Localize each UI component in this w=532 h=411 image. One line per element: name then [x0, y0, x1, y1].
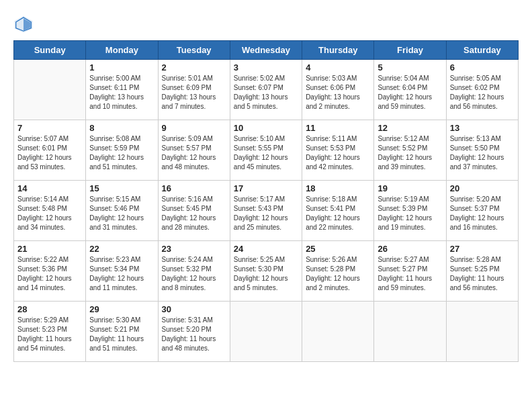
calendar-cell: 21Sunrise: 5:22 AM Sunset: 5:36 PM Dayli… [14, 241, 86, 302]
calendar-cell: 23Sunrise: 5:24 AM Sunset: 5:32 PM Dayli… [158, 241, 230, 302]
day-number: 27 [450, 244, 515, 254]
day-number: 18 [306, 183, 370, 193]
calendar-cell: 30Sunrise: 5:31 AM Sunset: 5:20 PM Dayli… [158, 302, 230, 362]
calendar-cell: 8Sunrise: 5:08 AM Sunset: 5:59 PM Daylig… [86, 120, 158, 181]
weekday-header-monday: Monday [86, 41, 158, 60]
weekday-row: SundayMondayTuesdayWednesdayThursdayFrid… [14, 41, 519, 60]
calendar-cell: 9Sunrise: 5:09 AM Sunset: 5:57 PM Daylig… [158, 120, 230, 181]
day-number: 13 [450, 123, 515, 133]
calendar-cell: 20Sunrise: 5:20 AM Sunset: 5:37 PM Dayli… [446, 181, 518, 241]
weekday-header-wednesday: Wednesday [230, 41, 302, 60]
day-number: 17 [234, 183, 298, 193]
day-number: 21 [17, 244, 82, 254]
calendar-cell: 14Sunrise: 5:14 AM Sunset: 5:48 PM Dayli… [14, 181, 86, 241]
day-number: 15 [89, 183, 154, 193]
day-info: Sunrise: 5:30 AM Sunset: 5:21 PM Dayligh… [89, 316, 154, 353]
day-info: Sunrise: 5:25 AM Sunset: 5:30 PM Dayligh… [234, 255, 298, 293]
day-number: 14 [17, 183, 82, 193]
calendar-cell: 25Sunrise: 5:26 AM Sunset: 5:28 PM Dayli… [302, 241, 374, 302]
calendar-cell: 19Sunrise: 5:19 AM Sunset: 5:39 PM Dayli… [374, 181, 446, 241]
day-info: Sunrise: 5:20 AM Sunset: 5:37 PM Dayligh… [450, 195, 515, 232]
day-number: 11 [306, 123, 370, 133]
calendar-cell: 3Sunrise: 5:02 AM Sunset: 6:07 PM Daylig… [230, 60, 302, 120]
day-info: Sunrise: 5:27 AM Sunset: 5:27 PM Dayligh… [378, 255, 442, 293]
day-number: 29 [89, 304, 154, 314]
day-info: Sunrise: 5:24 AM Sunset: 5:32 PM Dayligh… [162, 255, 226, 293]
day-info: Sunrise: 5:03 AM Sunset: 6:06 PM Dayligh… [306, 74, 370, 111]
day-number: 2 [162, 62, 226, 73]
calendar-cell: 10Sunrise: 5:10 AM Sunset: 5:55 PM Dayli… [230, 120, 302, 181]
day-info: Sunrise: 5:00 AM Sunset: 6:11 PM Dayligh… [89, 74, 154, 111]
calendar-cell [14, 60, 86, 120]
day-info: Sunrise: 5:13 AM Sunset: 5:50 PM Dayligh… [450, 134, 515, 172]
day-number: 3 [234, 62, 298, 73]
day-number: 30 [162, 304, 226, 314]
calendar-cell: 28Sunrise: 5:29 AM Sunset: 5:23 PM Dayli… [14, 302, 86, 362]
day-number: 22 [89, 244, 154, 254]
logo [13, 13, 36, 34]
day-info: Sunrise: 5:31 AM Sunset: 5:20 PM Dayligh… [162, 316, 226, 353]
weekday-header-thursday: Thursday [302, 41, 374, 60]
calendar-cell: 6Sunrise: 5:05 AM Sunset: 6:02 PM Daylig… [446, 60, 518, 120]
calendar-cell: 17Sunrise: 5:17 AM Sunset: 5:43 PM Dayli… [230, 181, 302, 241]
day-info: Sunrise: 5:14 AM Sunset: 5:48 PM Dayligh… [17, 195, 82, 232]
calendar-cell: 7Sunrise: 5:07 AM Sunset: 6:01 PM Daylig… [14, 120, 86, 181]
calendar-cell: 18Sunrise: 5:18 AM Sunset: 5:41 PM Dayli… [302, 181, 374, 241]
day-number: 9 [162, 123, 226, 133]
calendar-week-2: 14Sunrise: 5:14 AM Sunset: 5:48 PM Dayli… [14, 181, 519, 241]
calendar-cell: 5Sunrise: 5:04 AM Sunset: 6:04 PM Daylig… [374, 60, 446, 120]
day-info: Sunrise: 5:22 AM Sunset: 5:36 PM Dayligh… [17, 255, 82, 293]
calendar-week-0: 1Sunrise: 5:00 AM Sunset: 6:11 PM Daylig… [14, 60, 519, 120]
day-info: Sunrise: 5:26 AM Sunset: 5:28 PM Dayligh… [306, 255, 370, 293]
day-number: 8 [89, 123, 154, 133]
day-info: Sunrise: 5:01 AM Sunset: 6:09 PM Dayligh… [162, 74, 226, 111]
calendar-header: SundayMondayTuesdayWednesdayThursdayFrid… [14, 41, 519, 60]
calendar-table: SundayMondayTuesdayWednesdayThursdayFrid… [13, 40, 519, 362]
day-info: Sunrise: 5:29 AM Sunset: 5:23 PM Dayligh… [17, 316, 82, 353]
day-info: Sunrise: 5:16 AM Sunset: 5:45 PM Dayligh… [162, 195, 226, 232]
day-number: 28 [17, 304, 82, 314]
calendar-cell: 4Sunrise: 5:03 AM Sunset: 6:06 PM Daylig… [302, 60, 374, 120]
calendar-cell: 13Sunrise: 5:13 AM Sunset: 5:50 PM Dayli… [446, 120, 518, 181]
calendar-cell: 15Sunrise: 5:15 AM Sunset: 5:46 PM Dayli… [86, 181, 158, 241]
weekday-header-tuesday: Tuesday [158, 41, 230, 60]
weekday-header-sunday: Sunday [14, 41, 86, 60]
day-number: 4 [306, 62, 370, 73]
day-info: Sunrise: 5:12 AM Sunset: 5:52 PM Dayligh… [378, 134, 442, 172]
page-header [13, 13, 519, 34]
logo-icon [13, 13, 34, 34]
calendar-cell: 1Sunrise: 5:00 AM Sunset: 6:11 PM Daylig… [86, 60, 158, 120]
weekday-header-friday: Friday [374, 41, 446, 60]
day-number: 16 [162, 183, 226, 193]
day-info: Sunrise: 5:28 AM Sunset: 5:25 PM Dayligh… [450, 255, 515, 293]
day-number: 7 [17, 123, 82, 133]
calendar-cell [230, 302, 302, 362]
day-info: Sunrise: 5:23 AM Sunset: 5:34 PM Dayligh… [89, 255, 154, 293]
day-info: Sunrise: 5:07 AM Sunset: 6:01 PM Dayligh… [17, 134, 82, 172]
calendar-cell: 2Sunrise: 5:01 AM Sunset: 6:09 PM Daylig… [158, 60, 230, 120]
day-info: Sunrise: 5:19 AM Sunset: 5:39 PM Dayligh… [378, 195, 442, 232]
day-info: Sunrise: 5:17 AM Sunset: 5:43 PM Dayligh… [234, 195, 298, 232]
day-number: 26 [378, 244, 442, 254]
calendar-cell: 26Sunrise: 5:27 AM Sunset: 5:27 PM Dayli… [374, 241, 446, 302]
calendar-cell: 12Sunrise: 5:12 AM Sunset: 5:52 PM Dayli… [374, 120, 446, 181]
day-info: Sunrise: 5:04 AM Sunset: 6:04 PM Dayligh… [378, 74, 442, 111]
day-number: 5 [378, 62, 442, 73]
day-info: Sunrise: 5:02 AM Sunset: 6:07 PM Dayligh… [234, 74, 298, 111]
calendar-cell: 24Sunrise: 5:25 AM Sunset: 5:30 PM Dayli… [230, 241, 302, 302]
day-number: 24 [234, 244, 298, 254]
day-info: Sunrise: 5:15 AM Sunset: 5:46 PM Dayligh… [89, 195, 154, 232]
calendar-cell [446, 302, 518, 362]
weekday-header-saturday: Saturday [446, 41, 518, 60]
day-number: 6 [450, 62, 515, 73]
calendar-week-1: 7Sunrise: 5:07 AM Sunset: 6:01 PM Daylig… [14, 120, 519, 181]
day-info: Sunrise: 5:05 AM Sunset: 6:02 PM Dayligh… [450, 74, 515, 111]
day-number: 10 [234, 123, 298, 133]
calendar-cell: 22Sunrise: 5:23 AM Sunset: 5:34 PM Dayli… [86, 241, 158, 302]
day-number: 19 [378, 183, 442, 193]
calendar-cell: 11Sunrise: 5:11 AM Sunset: 5:53 PM Dayli… [302, 120, 374, 181]
day-info: Sunrise: 5:18 AM Sunset: 5:41 PM Dayligh… [306, 195, 370, 232]
calendar-cell [302, 302, 374, 362]
day-info: Sunrise: 5:10 AM Sunset: 5:55 PM Dayligh… [234, 134, 298, 172]
calendar-body: 1Sunrise: 5:00 AM Sunset: 6:11 PM Daylig… [14, 60, 519, 362]
